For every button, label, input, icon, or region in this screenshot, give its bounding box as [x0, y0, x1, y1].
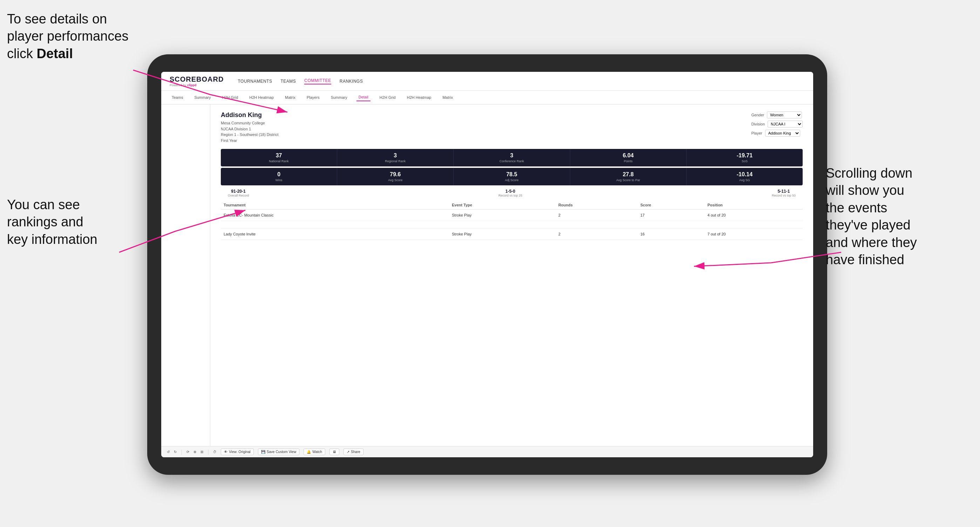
player-select[interactable]: Addison King: [765, 130, 800, 137]
annotation-line2: player performances: [7, 29, 128, 43]
sos-label: SoS: [691, 159, 799, 163]
share-btn[interactable]: ↗ Share: [344, 449, 363, 455]
player-division: NJCAA Division 1: [221, 126, 278, 132]
gender-select[interactable]: Women Men: [767, 111, 802, 118]
adj-score-value: 78.5: [458, 171, 565, 178]
wins-label: Wins: [225, 178, 332, 182]
annotation-line3: click: [7, 46, 37, 61]
annotation-r-4: they've played: [826, 217, 911, 232]
division-select[interactable]: NJCAA I: [768, 121, 803, 127]
grid-icon[interactable]: ⊞: [200, 450, 203, 454]
clock-icon[interactable]: ⏱: [213, 450, 216, 454]
brand-name: clippd: [187, 83, 197, 87]
stat-regional-rank: 3 Regional Rank: [337, 149, 453, 167]
annotation-line1: To see details on: [7, 11, 107, 26]
stats-grid-row1: 37 National Rank 3 Regional Rank 3 Confe…: [221, 149, 803, 167]
main-content: Addison King Mesa Community College NJCA…: [210, 105, 813, 446]
col-score: Score: [638, 201, 705, 210]
subnav-teams[interactable]: Teams: [170, 94, 185, 101]
scoreboard-logo: SCOREBOARD Powered by clippd: [170, 75, 224, 87]
avg-score-value: 79.6: [341, 171, 449, 178]
toolbar-separator2: |: [207, 449, 209, 455]
view-original-label: View: Original: [229, 450, 251, 454]
gender-label: Gender: [751, 113, 764, 117]
nav-committee[interactable]: COMMITTEE: [304, 78, 331, 84]
view-original-btn[interactable]: 👁 View: Original: [221, 449, 254, 455]
col-rounds: Rounds: [555, 201, 638, 210]
nav-rankings[interactable]: RANKINGS: [340, 79, 363, 84]
annotation-r-5: and where they: [826, 235, 917, 250]
watch-icon: 🔔: [307, 450, 311, 454]
avg-score-label: Avg Score: [341, 178, 449, 182]
annotation-r-2: will show you: [826, 183, 904, 198]
subnav-h2h-grid[interactable]: H2H Grid: [220, 94, 240, 101]
share-label: Share: [351, 450, 360, 454]
subnav-detail[interactable]: Detail: [356, 94, 371, 101]
national-rank-label: National Rank: [225, 159, 332, 163]
subnav-summary2[interactable]: Summary: [329, 94, 350, 101]
avg-score-par-value: 27.8: [574, 171, 682, 178]
rounds: 2: [555, 210, 638, 221]
nav-teams[interactable]: TEAMS: [280, 79, 296, 84]
record-top50: 5-11-1 Record vs top 50: [772, 189, 795, 197]
top50-record-label: Record vs top 50: [772, 194, 795, 197]
points-label: Points: [574, 159, 682, 163]
screen-icon-btn[interactable]: 🖥: [329, 449, 339, 455]
subnav-h2h-grid2[interactable]: H2H Grid: [377, 94, 398, 101]
subnav-matrix2[interactable]: Matrix: [440, 94, 455, 101]
annotation-r-1: Scrolling down: [826, 166, 912, 181]
table-row: Lady Coyote Invite Stroke Play 2 16 7 ou…: [221, 229, 803, 240]
stat-sos: -19.71 SoS: [687, 149, 803, 167]
annotation-r-3: the events: [826, 200, 887, 215]
col-tournament: Tournament: [221, 201, 449, 210]
player-label: Player: [751, 131, 762, 135]
top25-record-value: 1-5-0: [498, 189, 522, 194]
subnav-h2h-heatmap2[interactable]: H2H Heatmap: [405, 94, 434, 101]
record-top25: 1-5-0 Record vs top 25: [498, 189, 522, 197]
top50-record-value: 5-11-1: [772, 189, 795, 194]
logo-text: SCOREBOARD: [170, 75, 224, 83]
overall-record-label: Overall Record: [228, 194, 249, 197]
position-2: 7 out of 20: [705, 229, 803, 240]
nav-tournaments[interactable]: TOURNAMENTS: [238, 79, 272, 84]
app-header: SCOREBOARD Powered by clippd TOURNAMENTS…: [161, 72, 813, 91]
stat-adj-score: 78.5 Adj Score: [453, 168, 570, 185]
regional-rank-label: Regional Rank: [341, 159, 449, 163]
content-area: Addison King Mesa Community College NJCA…: [161, 105, 813, 446]
division-control: Division NJCAA I: [751, 121, 803, 127]
table-row-empty: [221, 221, 803, 229]
player-name: Addison King: [221, 111, 278, 119]
undo-icon[interactable]: ↺: [167, 450, 170, 454]
subnav-h2h-heatmap[interactable]: H2H Heatmap: [247, 94, 276, 101]
annotation-bold: Detail: [37, 46, 73, 61]
redo-icon[interactable]: ↻: [174, 450, 177, 454]
avg-sg-value: -10.14: [691, 171, 799, 178]
stat-national-rank: 37 National Rank: [221, 149, 337, 167]
tournament-name-2: Lady Coyote Invite: [221, 229, 449, 240]
annotation-bl-1: You can see: [7, 197, 80, 212]
stat-avg-score-par: 27.8 Avg Score to Par: [570, 168, 687, 185]
save-label: Save Custom View: [267, 450, 296, 454]
sos-value: -19.71: [691, 152, 799, 159]
powered-by: Powered by clippd: [170, 83, 197, 87]
national-rank-value: 37: [225, 152, 332, 159]
subnav-summary[interactable]: Summary: [192, 94, 213, 101]
points-value: 6.04: [574, 152, 682, 159]
watch-btn[interactable]: 🔔 Watch: [304, 449, 325, 455]
player-region: Region 1 - Southwest (18) District: [221, 132, 278, 138]
record-overall: 91-20-1 Overall Record: [228, 189, 249, 197]
player-year: First Year: [221, 138, 278, 144]
subnav-players[interactable]: Players: [305, 94, 322, 101]
zoom-icon[interactable]: ⊕: [194, 450, 196, 454]
view-icon: 👁: [224, 450, 228, 454]
save-icon: 💾: [261, 450, 265, 454]
regional-rank-value: 3: [341, 152, 449, 159]
score: 17: [638, 210, 705, 221]
save-custom-view-btn[interactable]: 💾 Save Custom View: [258, 449, 299, 455]
avg-score-par-label: Avg Score to Par: [574, 178, 682, 182]
sub-nav: Teams Summary H2H Grid H2H Heatmap Matri…: [161, 91, 813, 105]
col-event-type: Event Type: [449, 201, 555, 210]
subnav-matrix[interactable]: Matrix: [283, 94, 298, 101]
refresh-icon[interactable]: ⟳: [186, 450, 189, 454]
stat-wins: 0 Wins: [221, 168, 337, 185]
